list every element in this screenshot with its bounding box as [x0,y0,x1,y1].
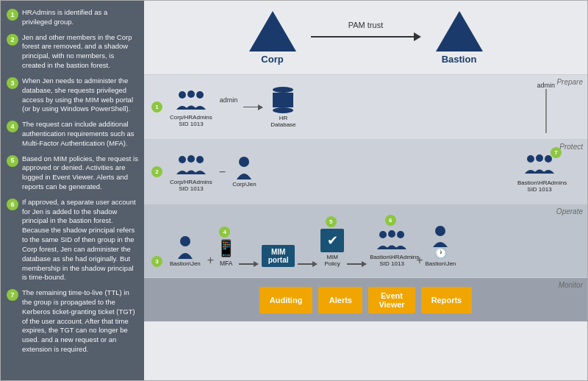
bastion-jen-2-icon [431,225,449,247]
protect-row: 2 Corp/HRAdminsSID 1013 [151,152,580,193]
bastion-jen-person-icon [176,235,194,259]
protect-step-badge: 2 [151,166,162,177]
plus-icon-1: + [207,254,214,267]
pam-area: Corp PAM trust Bastion [144,1,587,74]
svg-point-14 [435,226,445,236]
step-text-6: If approved, a separate user account for… [22,198,138,282]
protect-group-persons-icon [175,152,207,177]
event-viewer-button[interactable]: Event Viewer [368,287,415,313]
jen-label: Corp\Jen [232,181,256,188]
step-badge-4: 4 [7,121,18,132]
vertical-connector [545,89,547,133]
bastion-label: Bastion [442,54,477,65]
operate-row: 3 Bastion\Jen + 4 📱 MFA [151,215,580,267]
protect-group1-icon: Corp/HRAdminsSID 1013 [170,152,212,192]
admin-label-right: admin [537,82,555,89]
protect-label: Protect [559,143,583,151]
sidebar-item-3: 3 When Jen needs to administer the datab… [7,76,138,114]
svg-point-13 [397,231,404,238]
bastion-jen-icon: Bastion\Jen [170,235,201,267]
main-container: 1 HRAdmins is identified as a privileged… [0,0,588,381]
arrow-line [311,36,414,38]
prepare-row: 1 Corp/HRAdminsSID 1013 [151,82,580,133]
arrow-to-bastion-group [347,261,367,267]
alerts-button[interactable]: Alerts [318,287,362,313]
monitor-label: Monitor [559,281,583,289]
svg-point-1 [187,90,195,98]
protect-section: Protect 2 Corp/HRAdminsSID 1013 [144,139,587,204]
svg-point-5 [196,156,204,163]
step-badge-7: 7 [7,289,18,301]
sidebar-item-5: 5 Based on MIM policies, the request is … [7,154,138,192]
group-persons-icon [175,88,207,113]
auditing-button[interactable]: Auditing [259,287,313,313]
corp-triangle: Corp [249,11,296,65]
minus-icon: − [219,165,226,179]
bastion-jen-label: Bastion\Jen [170,260,201,267]
hr-database-icon: HRDatabase [270,87,295,128]
protect-group1-label: Corp/HRAdminsSID 1013 [170,179,212,192]
operate-step4-badge: 4 [219,227,230,238]
sidebar-item-6: 6 If approved, a separate user account f… [7,198,138,282]
mim-portal-box: MIMportal [262,245,295,267]
mfa-phone-icon: 📱 [216,239,236,258]
step-badge-1: 1 [7,9,18,21]
bastion-jen-2-label: Bastion\Jen [426,260,456,267]
prepare-group-label: Corp/HRAdminsSID 1013 [170,114,212,127]
operate-section: Operate 3 Bastion\Jen + 4 [144,204,587,277]
reports-button[interactable]: Reports [421,287,473,313]
operate-step5-badge: 5 [326,216,337,227]
svg-point-8 [536,154,543,162]
svg-point-12 [388,230,395,238]
admin-label-left: admin [220,96,238,104]
svg-point-7 [527,155,534,163]
sidebar: 1 HRAdmins is identified as a privileged… [1,1,144,380]
step-text-2: Jen and other members in the Corp forest… [22,33,138,71]
bastion-group-icon: 7 Bastion\HRAdminsSID 1013 [517,152,562,193]
prepare-section: Prepare 1 Corp/HRAdm [144,74,587,139]
step-badge-3: 3 [7,77,18,89]
prepare-step-badge: 1 [151,102,162,113]
svg-point-4 [187,155,195,163]
prepare-group-icon: Corp/HRAdminsSID 1013 [170,88,212,127]
operate-step3-badge: 3 [151,256,162,267]
monitor-section: Monitor Auditing Alerts Event Viewer Rep… [144,277,587,321]
sidebar-item-1: 1 HRAdmins is identified as a privileged… [7,8,138,27]
step-text-3: When Jen needs to administer the databas… [22,76,138,114]
sidebar-item-4: 4 The request can include additional aut… [7,120,138,148]
operate-bastion-group-icon [376,227,408,252]
svg-point-3 [179,156,186,163]
arrow-head [414,32,421,41]
plus-icon-2: + [416,254,423,267]
sections: Prepare 1 Corp/HRAdm [144,74,587,380]
mim-policy-label: MIMPolicy [324,254,340,267]
sidebar-item-7: 7 The remaining time-to-live (TTL) in th… [7,288,138,355]
corp-triangle-shape [249,11,296,51]
arrow-to-mim [239,261,259,267]
pam-arrow [311,32,421,41]
arrow-to-policy [298,261,318,267]
step-badge-5: 5 [7,155,18,167]
bastion-triangle-shape [436,11,483,51]
jen-person-icon: Corp\Jen [232,156,256,188]
db-cylinder [273,87,293,113]
step-badge-2: 2 [7,34,18,46]
operate-bastion-group-label: Bastion\HRAdminsSID 1013 [370,254,414,267]
svg-point-10 [180,236,190,246]
sidebar-item-2: 2 Jen and other members in the Corp fore… [7,33,138,71]
step-text-4: The request can include additional authe… [22,120,138,148]
clock-icon: 🕐 [434,247,447,259]
corp-label: Corp [261,54,283,65]
svg-point-11 [379,231,387,238]
step-badge-6: 6 [7,199,18,210]
person-jen-icon [235,156,253,179]
mim-policy-icon: ✔ [320,229,344,252]
step-text-5: Based on MIM policies, the request is ap… [22,154,138,192]
step-text-1: HRAdmins is identified as a privileged g… [22,8,138,27]
step-text-7: The remaining time-to-live (TTL) in the … [22,288,138,355]
operate-step6-badge: 6 [385,215,396,226]
content-area: Corp PAM trust Bastion Prepare [144,1,587,380]
bastion-triangle: Bastion [436,11,483,65]
svg-point-6 [239,157,249,167]
pam-arrow-area: PAM trust [311,21,421,41]
